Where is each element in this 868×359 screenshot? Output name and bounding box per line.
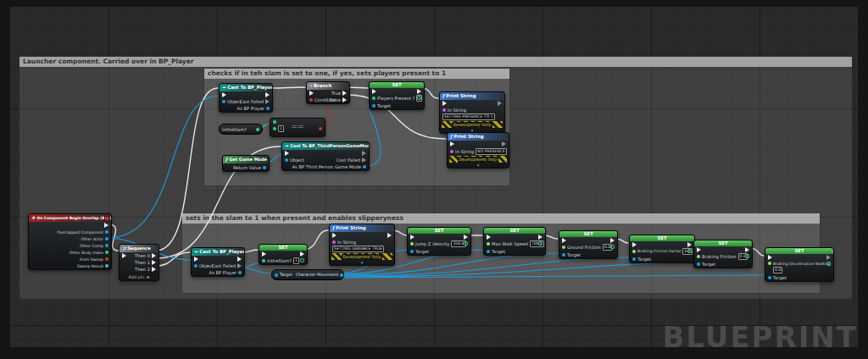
- other-body-index-pin[interactable]: [105, 251, 108, 254]
- node-set-ground-friction[interactable]: SET Ground Friction0.0 Target: [559, 230, 618, 259]
- in-string-pin[interactable]: [442, 108, 446, 112]
- object-pin[interactable]: [285, 158, 288, 162]
- cast-failed-pin[interactable]: [265, 99, 270, 104]
- then0-pin[interactable]: [152, 253, 156, 258]
- target-pin[interactable]: [697, 262, 700, 266]
- var-out-pin[interactable]: [826, 262, 831, 266]
- from-sweep-pin[interactable]: [105, 257, 108, 261]
- node-cast-to-bp-player-top[interactable]: ➥Cast To BP_Player Object Cast Failed As…: [219, 83, 273, 113]
- return-value-pin[interactable]: [263, 166, 266, 169]
- intheslam-pin[interactable]: [262, 259, 265, 262]
- node-set-braking-deceleration-walking[interactable]: SET Braking Deceleration Walking 0.0 Tar…: [765, 247, 834, 282]
- as-gamemode-pin[interactable]: [363, 165, 366, 168]
- braking-deceleration-walking-value[interactable]: 0.0: [773, 267, 782, 273]
- cast-failed-pin[interactable]: [237, 263, 242, 268]
- equals-result-pin[interactable]: [319, 127, 322, 130]
- overlapped-component-pin[interactable]: [105, 230, 108, 234]
- node-on-component-begin-overlap[interactable]: ❖On Component Begin Overlap (Box) Overla…: [28, 213, 112, 270]
- target-pin[interactable]: [768, 276, 771, 279]
- node-sequence[interactable]: ⇉Sequence Then 0 Then 1 Then 2 Add pin⊕: [119, 244, 159, 281]
- exec-in-pin[interactable]: [372, 89, 376, 94]
- players-present-out-pin[interactable]: [417, 96, 421, 100]
- exec-out-pin[interactable]: [502, 141, 506, 146]
- target-pin[interactable]: [372, 104, 376, 108]
- exec-in-pin[interactable]: [122, 253, 126, 258]
- node-set-braking-friction[interactable]: SET Braking Friction0.0 Target: [693, 240, 753, 268]
- then2-pin[interactable]: [152, 267, 156, 272]
- equals-input-b-pin[interactable]: [273, 127, 276, 130]
- exec-out-pin[interactable]: [464, 235, 468, 240]
- target-pin[interactable]: [487, 250, 490, 253]
- exec-out-pin[interactable]: [104, 223, 108, 228]
- node-print-string-presence[interactable]: ƒPrint String In String SETTING PRESENCE…: [439, 91, 505, 134]
- exec-in-pin[interactable]: [194, 257, 198, 262]
- target-pin[interactable]: [410, 250, 414, 253]
- exec-out-pin[interactable]: [417, 89, 421, 94]
- exec-in-pin[interactable]: [262, 251, 266, 257]
- intheslam-out-pin[interactable]: [256, 128, 259, 131]
- exec-in-pin[interactable]: [442, 101, 447, 106]
- exec-in-pin[interactable]: [487, 235, 491, 240]
- exec-out-pin[interactable]: [610, 238, 615, 243]
- node-get-game-mode[interactable]: ƒGet Game Mode Return Value: [222, 155, 270, 172]
- jump-z-velocity-pin[interactable]: [410, 242, 414, 246]
- exec-in-pin[interactable]: [410, 235, 415, 240]
- add-pin-label[interactable]: Add pin: [128, 274, 144, 279]
- exec-in-pin[interactable]: [562, 238, 566, 243]
- sweep-result-pin[interactable]: [105, 264, 108, 268]
- var-out-pin[interactable]: [687, 249, 692, 253]
- node-cast-to-thirdperson-gamemode[interactable]: ➥Cast To BP_ThirdPersonGameMode Object C…: [281, 141, 370, 171]
- other-comp-pin[interactable]: [105, 244, 108, 247]
- equals-value-input[interactable]: 1: [278, 125, 284, 132]
- node-get-intheslam[interactable]: IntheSlam?: [219, 124, 263, 135]
- var-out-pin[interactable]: [464, 241, 468, 246]
- target-pin[interactable]: [275, 273, 278, 277]
- as-bp-player-pin[interactable]: [238, 271, 242, 274]
- condition-pin[interactable]: [309, 98, 313, 102]
- node-set-max-walk-speed[interactable]: SET Max Walk Speed700.0 Target: [483, 227, 546, 256]
- node-set-jump-z-velocity[interactable]: SET Jump Z Velocity350.0 Target: [407, 227, 471, 256]
- max-walk-speed-pin[interactable]: [487, 242, 490, 246]
- exec-out-pin[interactable]: [362, 151, 366, 156]
- expand-arrow[interactable]: ▾: [330, 260, 394, 265]
- braking-friction-factor-pin[interactable]: [632, 250, 636, 253]
- intheslam-out-pin[interactable]: [300, 258, 304, 262]
- node-branch[interactable]: ⑂Branch True Condition False: [306, 81, 350, 104]
- exec-in-pin[interactable]: [450, 141, 454, 146]
- players-present-pin[interactable]: [372, 97, 376, 100]
- exec-in-pin[interactable]: [632, 242, 637, 247]
- braking-friction-pin[interactable]: [697, 255, 700, 258]
- exec-out-pin[interactable]: [826, 255, 831, 260]
- exec-in-pin[interactable]: [697, 247, 701, 252]
- in-string-pin[interactable]: [450, 150, 453, 153]
- other-actor-pin[interactable]: [105, 237, 108, 240]
- exec-out-pin[interactable]: [265, 92, 270, 97]
- var-out-pin[interactable]: [538, 241, 542, 246]
- expand-arrow[interactable]: ▾: [448, 163, 509, 168]
- node-equals[interactable]: == 1: [270, 118, 326, 137]
- false-pin[interactable]: [342, 97, 347, 102]
- node-print-string-no-presence[interactable]: ƒPrint String In StringNO PRESENCE Devel…: [447, 132, 509, 168]
- as-bp-player-pin[interactable]: [266, 107, 270, 110]
- in-string-value[interactable]: NO PRESENCE: [476, 148, 507, 155]
- exec-in-pin[interactable]: [332, 233, 337, 238]
- exec-in-pin[interactable]: [222, 92, 226, 97]
- target-pin[interactable]: [562, 253, 565, 257]
- braking-deceleration-walking-pin[interactable]: [768, 262, 771, 265]
- graph-canvas[interactable]: Launcher component. Carried over in BP_P…: [0, 0, 868, 359]
- exec-out-pin[interactable]: [300, 251, 304, 257]
- var-out-pin[interactable]: [610, 245, 615, 249]
- exec-out-pin[interactable]: [687, 242, 692, 247]
- ground-friction-pin[interactable]: [562, 246, 565, 249]
- delegate-pin[interactable]: [104, 216, 109, 221]
- true-pin[interactable]: [342, 91, 347, 96]
- exec-out-pin[interactable]: [387, 233, 392, 238]
- exec-out-pin[interactable]: [745, 247, 749, 252]
- character-movement-out-pin[interactable]: [340, 273, 343, 277]
- in-string-pin[interactable]: [332, 240, 336, 244]
- exec-in-pin[interactable]: [768, 255, 772, 260]
- cast-failed-pin[interactable]: [362, 157, 366, 163]
- then1-pin[interactable]: [152, 260, 156, 265]
- var-out-pin[interactable]: [745, 254, 749, 258]
- add-pin-icon[interactable]: ⊕: [146, 274, 149, 279]
